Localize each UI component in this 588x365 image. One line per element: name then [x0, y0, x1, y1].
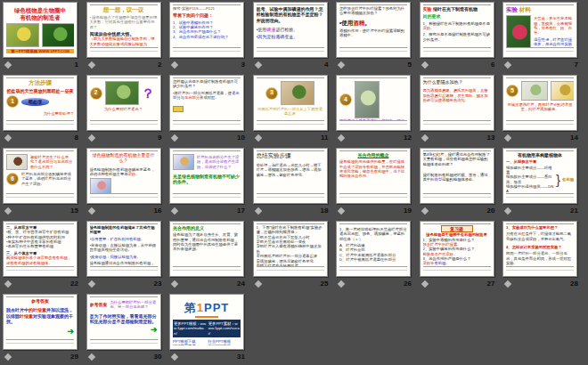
animation-indicator-icon[interactable] — [4, 61, 12, 68]
slide-caption-strip: 18 — [253, 204, 330, 217]
text-line: 把叶片放入盛有酒精的小烧杯中，隔水加热，使叶片含有的叶绿素溶解到酒精中。 — [339, 118, 407, 120]
slide-content: 怎样脱去叶片中的叶绿素？脱色时为什么要用酒精隔水加热？•使用酒精。酒精的作用：使… — [339, 6, 407, 47]
animation-indicator-icon[interactable] — [4, 280, 12, 287]
slide-thumbnail[interactable]: 复习题绿色植物是生物圈中有机物的制造者1、实验中酒精的作用是什么？脱去叶片中的叶… — [420, 221, 494, 277]
slide-cell: 绿色植物是生物圈中有机物的制造者第一PPT模板网 WWW.1PPT.COM1 — [3, 2, 86, 75]
slide-thumbnail[interactable]: 想一想，议一议• 绿色植物占了生物圈中现存生物量的绝大多数，它对其他生物有什么重… — [86, 2, 161, 58]
brace-lines: 细胞壁的主要成分——纤维素细胞膜的主要成分——蛋白质、脂类细胞核中的遗传物质——… — [506, 166, 554, 193]
animation-indicator-icon[interactable] — [254, 280, 261, 287]
slide-thumbnail[interactable]: 叶片的见光部分产生了淀粉，遮光部分没有产生淀粉，这说明了什么？光是绿色植物制造有… — [169, 148, 244, 204]
slide-number: 8 — [75, 134, 78, 142]
animation-indicator-icon[interactable] — [504, 207, 511, 214]
animation-indicator-icon[interactable] — [254, 207, 261, 214]
logo-part: 第 — [184, 301, 197, 314]
animation-indicator-icon[interactable] — [421, 134, 428, 141]
slide-thumbnail[interactable]: 怎样确认光是不是绿叶制造有机物不可缺少的条件？•将叶片的一部分用黑纸片遮盖，使遮… — [169, 75, 244, 131]
slide-thumbnail[interactable]: 第4张幻灯片，绿叶通过光合作用制造了大量有机物，这些有机物是怎样运输到植物体各处… — [420, 148, 494, 204]
row-group — [6, 23, 74, 47]
slide-thumbnail[interactable]: 3、实验成功为什么需要光照？只有在光照条件下，叶绿体才能把二氧化碳和水合成淀粉，… — [502, 221, 577, 277]
slide-thumbnail[interactable]: 3用黑纸片把叶片的一部分从上下两面遮盖起来 — [253, 75, 328, 131]
slide-caption-strip: 10 — [169, 131, 246, 144]
slide-thumbnail[interactable]: 观察叶片发生了什么变化？遮光部分与见光部分有什么不同？6叶片的见光部分遇到碘液变… — [3, 148, 78, 204]
slide-sorter-view: 绿色植物是生物圈中有机物的制造者第一PPT模板网 WWW.1PPT.COM1想一… — [0, 0, 588, 365]
slide-cell: 3、实验成功为什么需要光照？只有在光照条件下，叶绿体才能把二氧化碳和水合成淀粉，… — [502, 221, 585, 294]
slide-thumbnail[interactable]: 1、下面“绿叶在光下制造有机物”实验步骤，正确的排列顺序是：①把天竺葵放在光下照… — [253, 221, 328, 277]
text-line: •因为淀粉遇碘变蓝。 — [257, 34, 324, 39]
animation-indicator-icon[interactable] — [4, 207, 12, 214]
slide-thumbnail[interactable]: 怎样脱去叶片中的叶绿素？脱色时为什么要用酒精隔水加热？•使用酒精。酒精的作用：使… — [336, 2, 411, 58]
slide-thumbnail[interactable]: 参考答案脱去叶片中的叶绿素并加以漂洗，以排除叶绿素对实验现象观察的干扰。➔ — [3, 294, 78, 350]
animation-indicator-icon[interactable] — [4, 134, 12, 141]
slide-thumbnail[interactable]: 实验 材料天竺葵：多年生草本植物，茎肉质，全株被细毛，花色有红、粉、白等。适应性… — [502, 2, 577, 58]
organic-matter-brace: 细胞壁的主要成分——纤维素细胞膜的主要成分——蛋白质、脂类细胞核中的遗传物质——… — [506, 166, 574, 193]
slide-caption-strip: 1 — [3, 58, 79, 71]
animation-indicator-icon[interactable] — [254, 134, 261, 141]
flower-field-photo — [6, 23, 39, 47]
slide-thumbnail[interactable]: 实验 绿叶在光下制造有机物目的要求1、检验绿叶在光下制造的有机物是不是淀粉。2、… — [420, 2, 494, 58]
slide-title: 光合作用的概念 — [339, 152, 407, 158]
slide-thumbnail[interactable]: 5用清水漂洗叶片，再把叶片放到培养皿里，向叶片滴加碘液。 — [502, 75, 577, 131]
text-segment: •使用 — [257, 27, 267, 32]
slide-thumbnail[interactable]: 第1PPT更多PPT模板：www.1ppt.com/moban/更多PPT素材：… — [169, 294, 244, 350]
animation-indicator-icon[interactable] — [87, 134, 94, 141]
slide-thumbnail[interactable]: 总结实验步骤暗处理→选叶遮光→光照几小时→摘下叶片→酒精隔水加热脱色→漂洗→滴加… — [253, 148, 328, 204]
slide-cell: 二、从器官水平看•根、茎、叶等营养器官中贮存有机物•种子中贮存的有机物供萌发时利… — [3, 221, 86, 294]
slide-cell: 探究·实验P119——P121带着下面四个问题：1、试验中酒精的作用？2、试验中… — [169, 2, 252, 75]
slide-thumbnail[interactable]: 2？为什么要对叶片遮光？ — [86, 75, 161, 131]
slide-number: 14 — [570, 134, 578, 142]
animation-indicator-icon[interactable] — [87, 207, 94, 214]
source-bar: 第一PPT模板网 WWW.1PPT.COM — [6, 49, 74, 53]
slide-cell: 复习题绿色植物是生物圈中有机物的制造者1、实验中酒精的作用是什么？脱去叶片中的叶… — [420, 221, 502, 294]
slide-cell: 绿色植物制造的有机物主要是什么？绿色植物制造的有机物遇碘液变蓝色，说明这种有机物… — [86, 148, 169, 221]
slide-thumbnail[interactable]: 方法步骤把盆栽的天竺葵放到黑暗处一昼夜1暗处理为什么要暗处理？ — [3, 75, 78, 131]
animation-indicator-icon[interactable] — [504, 280, 511, 287]
animation-indicator-icon[interactable] — [87, 353, 94, 360]
slide-thumbnail[interactable]: 光合作用的概念绿色植物利用光提供的能量，在叶绿体中合成了淀粉等有机物，并且把光能… — [336, 148, 411, 204]
animation-indicator-icon[interactable] — [4, 353, 12, 360]
slide-thumbnail[interactable]: 绿色植物制造的有机物主要是什么？绿色植物制造的有机物遇碘液变蓝色，说明这种有机物… — [86, 148, 161, 204]
animation-indicator-icon[interactable] — [171, 134, 178, 141]
animation-indicator-icon[interactable] — [504, 61, 511, 68]
slide-caption-strip: 25 — [253, 277, 330, 290]
animation-indicator-icon[interactable] — [421, 280, 428, 287]
animation-indicator-icon[interactable] — [254, 61, 261, 68]
slide-thumbnail[interactable]: 绿色植物制造的有机物满足了其他生物的需要•自身需要：贮存和利用有机物。•草食动物… — [86, 221, 161, 277]
slide-thumbnail[interactable]: 4把叶片放入盛有酒精的小烧杯中，隔水加热，使叶片含有的叶绿素溶解到酒精中。 — [336, 75, 411, 131]
text-segment: 实验 — [506, 6, 518, 12]
slide-number: 2 — [158, 61, 161, 69]
brace-line: 细胞壁的主要成分——纤维素 — [506, 166, 554, 175]
animation-indicator-icon[interactable] — [87, 280, 94, 287]
animation-indicator-icon[interactable] — [87, 61, 94, 68]
slide-thumbnail[interactable]: 有机物用来构建植物体一、从细胞水平看细胞壁的主要成分——纤维素细胞膜的主要成分—… — [502, 148, 577, 204]
animation-indicator-icon[interactable] — [171, 280, 178, 287]
slide-content: 1、将一片经过暗处理的天竺葵叶片部分遮光后光照、脱色、滴加碘液，变蓝的部位是（ … — [339, 225, 407, 266]
slide-thumbnail[interactable]: 思考、试验中滴加碘液的作用？怎样检验制造的有机物是不是淀粉？并说明理由。•使用碘… — [253, 2, 328, 58]
animation-indicator-icon[interactable] — [421, 207, 428, 214]
slide-cell: 绿色植物制造的有机物满足了其他生物的需要•自身需要：贮存和利用有机物。•草食动物… — [86, 221, 169, 294]
animation-indicator-icon[interactable] — [171, 207, 178, 214]
animation-indicator-icon[interactable] — [171, 61, 178, 68]
animation-indicator-icon[interactable] — [338, 280, 345, 287]
slide-number: 29 — [70, 353, 78, 361]
text-line: ④用黑纸片把叶片的一部分遮盖起来 — [257, 254, 324, 258]
slide-thumbnail[interactable]: 绿色植物是生物圈中有机物的制造者第一PPT模板网 WWW.1PPT.COM — [3, 2, 78, 58]
text-line: 构成植物体的各个器官都含有有机物，没有有机物就没有植物体。 — [6, 256, 74, 265]
animation-indicator-icon[interactable] — [421, 61, 428, 68]
slide-title: 有机物的制造者 — [6, 14, 74, 21]
text-segment: 绿叶在光下制造有机物 — [433, 6, 478, 12]
slide-number: 11 — [321, 134, 328, 142]
slide-caption-strip: 12 — [336, 131, 412, 144]
slide-thumbnail[interactable]: 光合作用的意义绿色植物为了满足自身生长、发育、繁殖的需要，通过光合作用制造有机物… — [169, 221, 244, 277]
slide-thumbnail[interactable]: 二、从器官水平看•根、茎、叶等营养器官中贮存有机物•种子中贮存的有机物供萌发时利… — [3, 221, 78, 277]
slide-thumbnail[interactable]: 为什么要隔水加热？因为酒精是易燃、易挥发的物质，直接加热容易引起燃烧，发生危险。… — [420, 75, 494, 131]
animation-indicator-icon[interactable] — [171, 353, 178, 360]
text-line: 因为酒精是易燃、易挥发的物质，直接加热容易引起燃烧，发生危险。隔水加热还可以使酒… — [423, 88, 491, 102]
slide-thumbnail[interactable]: 探究·实验P119——P121带着下面四个问题：1、试验中酒精的作用？2、试验中… — [169, 2, 244, 58]
slide-thumbnail[interactable]: 1、将一片经过暗处理的天竺葵叶片部分遮光后光照、脱色、滴加碘液，变蓝的部位是（ … — [336, 221, 411, 277]
slide-thumbnail[interactable]: 参考答案为什么要把叶片的一部分遮光、另一部分见光呢？是为了作对照实验，看看遮光部… — [86, 294, 161, 350]
animation-indicator-icon[interactable] — [504, 134, 511, 141]
text-segment: 实验 — [423, 6, 433, 12]
animation-indicator-icon[interactable] — [338, 61, 345, 68]
animation-indicator-icon[interactable] — [338, 207, 345, 214]
animation-indicator-icon[interactable] — [338, 134, 345, 141]
